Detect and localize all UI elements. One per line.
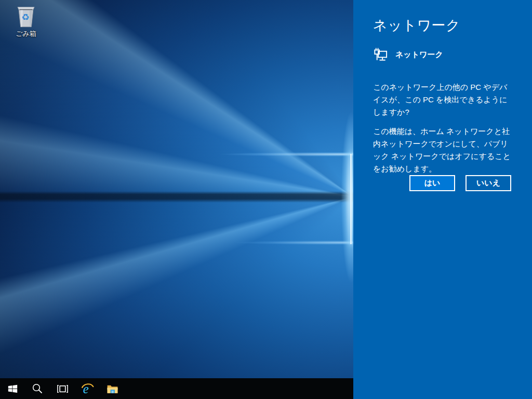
- internet-explorer-icon: e: [81, 382, 95, 396]
- network-list-item: ネットワーク: [372, 47, 443, 63]
- discovery-question-text: このネットワーク上の他の PC やデバイスが、この PC を検出できるようにしま…: [373, 81, 513, 118]
- wallpaper-light-beam: [350, 154, 352, 244]
- search-icon: [32, 383, 43, 394]
- network-flyout-panel: ネットワーク ネットワーク このネットワーク上の他の PC やデバイスが、この …: [353, 0, 532, 399]
- taskbar: e: [0, 378, 353, 399]
- desktop-wallpaper: ♻ ごみ箱: [0, 0, 353, 399]
- dialog-button-row: はい いいえ: [409, 175, 511, 191]
- recycle-bin-icon: ♻: [14, 4, 38, 28]
- internet-explorer-button[interactable]: e: [75, 378, 100, 399]
- start-button[interactable]: [0, 378, 25, 399]
- ethernet-network-icon: [372, 47, 388, 63]
- recycle-symbol: ♻: [21, 12, 29, 22]
- windows-desktop-screen: ♻ ごみ箱: [0, 0, 532, 399]
- recycle-bin-label: ごみ箱: [16, 29, 36, 38]
- search-button[interactable]: [25, 378, 50, 399]
- network-item-label: ネットワーク: [395, 50, 443, 60]
- file-explorer-icon: [106, 382, 119, 395]
- windows-logo-icon: [7, 383, 18, 394]
- file-explorer-button[interactable]: [100, 378, 125, 399]
- panel-body-text: このネットワーク上の他の PC やデバイスが、この PC を検出できるようにしま…: [373, 81, 513, 175]
- recycle-bin[interactable]: ♻ ごみ箱: [7, 4, 45, 38]
- task-view-icon: [57, 383, 69, 395]
- panel-title: ネットワーク: [373, 16, 460, 35]
- yes-button[interactable]: はい: [409, 175, 455, 191]
- discovery-recommendation-text: この機能は、ホーム ネットワークと社内ネットワークでオンにして、パブリック ネッ…: [373, 125, 513, 175]
- no-button[interactable]: いいえ: [466, 175, 511, 191]
- task-view-button[interactable]: [50, 378, 75, 399]
